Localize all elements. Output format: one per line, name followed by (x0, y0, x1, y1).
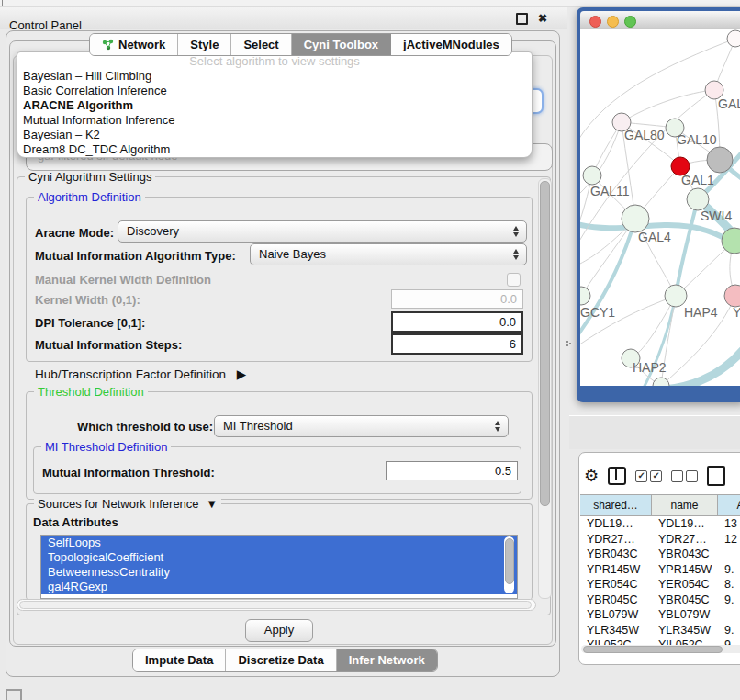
which-threshold-combo[interactable]: MI Threshold (214, 415, 509, 437)
tab-select[interactable]: Select (231, 34, 291, 55)
table-row[interactable]: YBL079WYBL079W (580, 607, 740, 623)
table-row[interactable]: YLR345WYLR345W9. (580, 623, 740, 638)
sources-group-title[interactable]: Sources for Network Inference ▼ (34, 497, 221, 511)
checkbox-unchecked-icon[interactable] (686, 470, 698, 482)
combo-arrows-icon (513, 225, 520, 238)
settings-vscrollbar[interactable] (538, 178, 552, 599)
node-gray[interactable] (707, 147, 733, 173)
column-header-a[interactable]: A (718, 494, 740, 516)
checkbox-checked-icon[interactable]: ✓ (635, 470, 647, 482)
checkbox-unchecked-icon[interactable] (671, 470, 683, 482)
node-hap4[interactable] (665, 285, 687, 307)
node-gal11[interactable] (583, 166, 601, 185)
combo-arrows-icon (495, 420, 501, 433)
table-cell: YIL052C (580, 638, 652, 645)
algorithm-option-bayesian-k2[interactable]: Bayesian – K2 (17, 128, 532, 142)
tab-network[interactable]: Network (90, 34, 178, 55)
table-row[interactable]: YBR043CYBR043C (580, 547, 740, 562)
mi-threshold-field[interactable]: 0.5 (386, 461, 518, 480)
minimize-traffic-light-icon[interactable] (607, 16, 619, 28)
hub-section-toggle[interactable]: Hub/Transcription Factor Definition ▶ (35, 367, 246, 381)
table-row[interactable]: YDR27…YDR27…12 (580, 532, 740, 548)
attribute-item-gal4rgexp[interactable]: gal4RGexp (41, 580, 517, 594)
table-hscrollbar-thumb[interactable] (583, 646, 723, 653)
network-canvas[interactable]: GAL7GAL80GAL10GAL1GAL11SWI4GAL4GCY1HAP4Y… (580, 29, 740, 386)
document-icon[interactable] (707, 466, 725, 486)
attribute-item-selfloops[interactable]: SelfLoops (41, 536, 517, 550)
chevron-down-icon: ▼ (206, 497, 218, 511)
column-header-shared[interactable]: shared… (580, 494, 652, 516)
table-toolbar: ⚙✓✓ (584, 459, 740, 492)
splitter-grip[interactable] (566, 340, 571, 349)
mi-type-combo[interactable]: Naive Bayes (250, 243, 527, 265)
chevron-right-icon: ▶ (237, 367, 246, 381)
mi-steps-field[interactable]: 6 (391, 333, 523, 355)
tab-jactivemnodules[interactable]: jActiveMNodules (391, 34, 511, 55)
table-row[interactable]: YPR145WYPR145W9. (580, 562, 740, 578)
node-swi4[interactable] (687, 188, 709, 210)
top-tab-strip: NetworkStyleSelectCyni ToolboxjActiveMNo… (89, 33, 512, 56)
aracne-mode-combo[interactable]: Discovery (118, 220, 527, 243)
tab-style[interactable]: Style (178, 34, 231, 55)
data-attributes-list[interactable]: SelfLoopsTopologicalCoefficientBetweenne… (40, 535, 518, 599)
kernel-width-field[interactable]: 0.0 (391, 289, 523, 309)
group-title: Algorithm Definition (34, 190, 145, 204)
data-attributes-label: Data Attributes (33, 515, 118, 529)
network-edge (622, 90, 714, 122)
algorithm-option-basic-correlation-inference[interactable]: Basic Correlation Inference (17, 84, 532, 98)
mi-type-value: Naive Bayes (259, 247, 326, 261)
close-icon[interactable]: ✖ (537, 13, 548, 24)
float-window-icon[interactable] (516, 13, 527, 24)
dpi-tolerance-field[interactable]: 0.0 (391, 311, 523, 333)
apply-button[interactable]: Apply (245, 619, 313, 642)
node-gal4[interactable] (622, 205, 649, 232)
node-pink-right[interactable] (724, 285, 740, 307)
node-hap4-label: HAP4 (684, 305, 718, 320)
node-gcy1[interactable] (580, 287, 590, 305)
tab-cyni-toolbox[interactable]: Cyni Toolbox (292, 34, 391, 55)
close-traffic-light-icon[interactable] (589, 16, 601, 28)
tab-infer-network[interactable]: Infer Network (337, 649, 437, 671)
table-cell: YER054C (580, 577, 652, 593)
attr-list-vscrollbar-thumb[interactable] (505, 538, 514, 584)
algorithm-option-aracne-algorithm[interactable]: ARACNE Algorithm (17, 98, 532, 113)
dpi-tolerance-label: DPI Tolerance [0,1]: (35, 316, 145, 330)
node-bottom[interactable] (653, 378, 669, 386)
column-header-name[interactable]: name (652, 494, 718, 516)
table-cell: YDR27… (580, 532, 652, 548)
algorithm-dropdown: Select algorithm to view settings Bayesi… (17, 51, 533, 158)
manual-kernel-checkbox[interactable] (507, 273, 521, 287)
aracne-mode-label: Aracne Mode: (35, 226, 114, 240)
table-row[interactable]: YER054CYER054C8. (580, 577, 740, 593)
table-cell: YPR145W (652, 562, 718, 578)
table-hscrollbar[interactable] (581, 645, 740, 653)
settings-hscrollbar-thumb[interactable] (19, 601, 532, 609)
algorithm-option-bayesian-hill-climbing[interactable]: Bayesian – Hill Climbing (17, 69, 532, 84)
algorithm-option-mutual-information-inference[interactable]: Mutual Information Inference (17, 113, 532, 128)
settings-vscrollbar-thumb[interactable] (540, 181, 550, 506)
settings-hscrollbar[interactable] (17, 599, 536, 611)
gear-icon[interactable]: ⚙ (584, 468, 599, 484)
table-row[interactable]: YBR045CYBR045C9. (580, 593, 740, 608)
zoom-traffic-light-icon[interactable] (624, 16, 636, 28)
window-edge-artifact (2, 0, 3, 6)
attribute-item-topologicalcoefficient[interactable]: TopologicalCoefficient (41, 550, 517, 565)
tab-label: Infer Network (349, 649, 425, 671)
tab-discretize-data[interactable]: Discretize Data (226, 649, 336, 671)
table-row[interactable]: YIL052CYIL052C9 (580, 638, 740, 645)
checkbox-checked-icon[interactable]: ✓ (650, 470, 662, 482)
mi-steps-label: Mutual Information Steps: (35, 338, 182, 352)
attr-list-vscrollbar[interactable] (504, 536, 514, 593)
network-window-titlebar[interactable] (580, 11, 740, 30)
node-top-right[interactable] (727, 30, 740, 47)
corner-chip-icon[interactable] (6, 689, 22, 700)
which-threshold-value: MI Threshold (223, 419, 293, 433)
split-columns-icon[interactable] (608, 467, 626, 485)
attribute-item-betweennesscentrality[interactable]: BetweennessCentrality (41, 565, 517, 580)
control-panel-titlebar[interactable]: Control Panel (0, 7, 567, 29)
table-header-row: shared…nameA (580, 494, 740, 516)
algorithm-option-dream8-dc-tdc-algorithm[interactable]: Dream8 DC_TDC Algorithm (17, 142, 532, 157)
dropdown-prompt: Select algorithm to view settings (17, 54, 532, 69)
table-row[interactable]: YDL19…YDL19…13 (580, 516, 740, 532)
tab-impute-data[interactable]: Impute Data (133, 649, 226, 671)
